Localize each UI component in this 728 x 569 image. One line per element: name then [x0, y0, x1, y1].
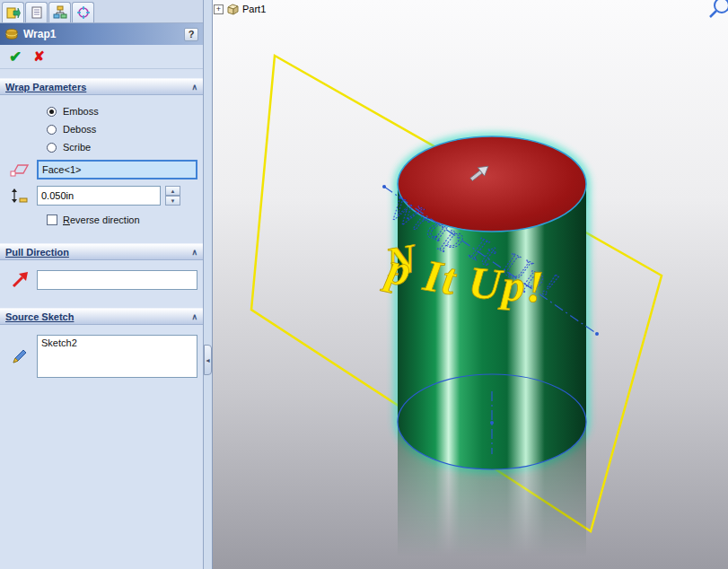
group-header-pull-direction[interactable]: Pull Direction ∧	[0, 243, 203, 260]
splitter-handle[interactable]: ◄	[204, 345, 212, 375]
deboss-radio[interactable]	[47, 125, 57, 135]
cancel-button[interactable]: ✘	[33, 48, 45, 65]
dimxpert-icon	[76, 5, 91, 20]
collapse-chevron-icon[interactable]: ∧	[191, 83, 197, 92]
scene-svg: Wrap It Up! N p It Up!	[213, 0, 728, 569]
property-manager-panel: Wrap1 ? ✔ ✘ Wrap Parameters ∧ Emboss Deb…	[0, 0, 204, 569]
configurationmanager-icon	[53, 5, 67, 20]
help-button[interactable]: ?	[184, 28, 198, 41]
tab-dimxpertmanager[interactable]	[72, 2, 94, 22]
emboss-radio[interactable]	[47, 107, 57, 117]
group-header-wrap-parameters[interactable]: Wrap Parameters ∧	[0, 78, 203, 95]
feature-tree-flyout: + Part1	[214, 3, 266, 15]
propertymanager-icon	[6, 5, 21, 20]
pull-direction-row	[7, 270, 197, 290]
group-wrap-parameters: Wrap Parameters ∧ Emboss Deboss Scribe	[0, 78, 203, 234]
tab-configurationmanager[interactable]	[48, 2, 71, 22]
reverse-direction-checkbox[interactable]	[47, 214, 57, 225]
thickness-input[interactable]	[37, 186, 161, 206]
magnifier-icon	[706, 0, 728, 22]
ok-button[interactable]: ✔	[9, 48, 22, 66]
group-pull-direction: Pull Direction ∧	[0, 243, 203, 299]
radio-row-emboss[interactable]: Emboss	[47, 106, 197, 117]
source-sketch-listbox[interactable]: Sketch2	[37, 335, 197, 378]
scribe-radio[interactable]	[47, 143, 57, 153]
emboss-label[interactable]: Emboss	[63, 106, 99, 117]
panel-splitter[interactable]: ◄	[204, 0, 213, 569]
tree-item-part1[interactable]: Part1	[242, 4, 266, 14]
collapse-chevron-icon[interactable]: ∧	[191, 248, 197, 257]
face-selection-row	[7, 160, 197, 179]
reverse-direction-row[interactable]: Reverse direction	[47, 214, 197, 225]
sketch-list-item[interactable]: Sketch2	[41, 337, 193, 348]
pull-direction-input[interactable]	[37, 270, 197, 290]
thickness-spinner: ▲ ▼	[165, 186, 180, 206]
group-title: Source Sketch	[5, 311, 74, 322]
thickness-icon	[7, 187, 32, 205]
tab-propertymanager[interactable]	[2, 2, 24, 22]
face-selection-input[interactable]	[37, 160, 197, 179]
tab-document[interactable]	[25, 2, 48, 22]
pull-direction-icon	[7, 270, 32, 290]
group-title: Wrap Parameters	[5, 82, 86, 92]
radio-row-deboss[interactable]: Deboss	[47, 124, 197, 135]
reverse-direction-label[interactable]: Reverse direction	[63, 214, 140, 225]
collapse-chevron-icon[interactable]: ∧	[191, 312, 197, 321]
spinner-down-icon[interactable]: ▼	[165, 196, 180, 206]
wrap-feature-icon	[4, 28, 19, 40]
document-icon	[30, 5, 44, 20]
feature-title: Wrap1	[23, 28, 56, 40]
deboss-label[interactable]: Deboss	[63, 124, 96, 135]
group-title: Pull Direction	[5, 247, 69, 258]
manager-tabs	[0, 0, 203, 23]
sketch-pencil-icon	[7, 347, 32, 365]
group-header-source-sketch[interactable]: Source Sketch ∧	[0, 308, 203, 325]
spinner-up-icon[interactable]: ▲	[165, 186, 180, 196]
pm-actions: ✔ ✘	[0, 45, 203, 69]
origin-point	[490, 421, 494, 425]
feature-title-bar: Wrap1 ?	[0, 23, 203, 45]
group-body-wrap-parameters: Emboss Deboss Scribe	[0, 95, 203, 234]
thickness-row: ▲ ▼	[7, 186, 197, 206]
centerline-endpoint	[382, 185, 386, 188]
group-body-pull-direction	[0, 260, 203, 299]
part-icon	[226, 3, 240, 15]
face-select-icon	[7, 162, 32, 178]
centerline-endpoint	[595, 332, 599, 336]
solidworks-window: Wrap1 ? ✔ ✘ Wrap Parameters ∧ Emboss Deb…	[0, 0, 728, 569]
group-body-source-sketch: Sketch2	[0, 325, 203, 387]
panel-empty-area	[0, 387, 203, 569]
group-source-sketch: Source Sketch ∧ Sketch2	[0, 308, 203, 387]
scribe-label[interactable]: Scribe	[63, 142, 91, 153]
radio-row-scribe[interactable]: Scribe	[47, 142, 197, 153]
source-sketch-row: Sketch2	[7, 335, 197, 378]
tree-expander[interactable]: +	[214, 4, 224, 14]
graphics-viewport[interactable]: Wrap It Up! N p It Up! + Part1	[213, 0, 728, 569]
